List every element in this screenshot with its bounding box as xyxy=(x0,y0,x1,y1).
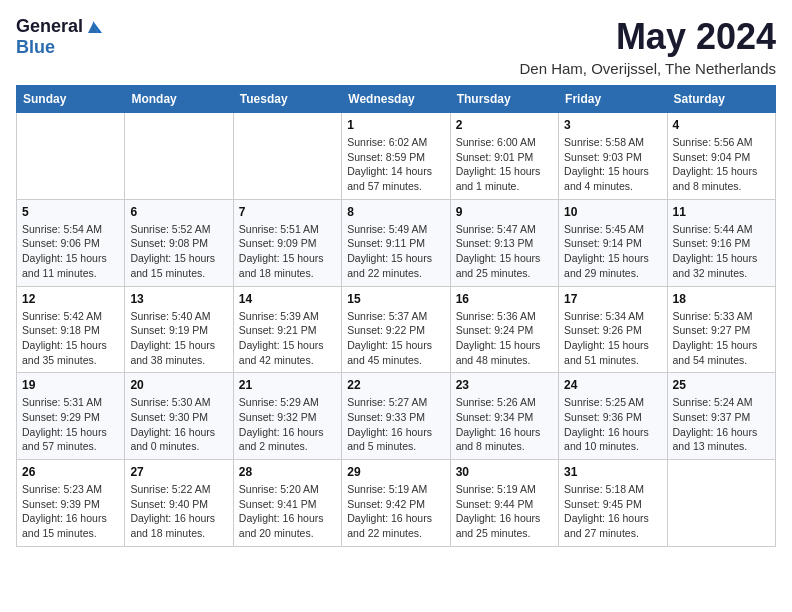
day-number: 28 xyxy=(239,465,336,479)
calendar-cell: 15Sunrise: 5:37 AM Sunset: 9:22 PM Dayli… xyxy=(342,286,450,373)
day-info: Sunrise: 5:56 AM Sunset: 9:04 PM Dayligh… xyxy=(673,135,770,194)
calendar-cell xyxy=(125,113,233,200)
logo: General Blue xyxy=(16,16,102,58)
logo-general: General xyxy=(16,16,83,37)
day-number: 13 xyxy=(130,292,227,306)
calendar-cell: 9Sunrise: 5:47 AM Sunset: 9:13 PM Daylig… xyxy=(450,199,558,286)
day-number: 30 xyxy=(456,465,553,479)
calendar-cell: 18Sunrise: 5:33 AM Sunset: 9:27 PM Dayli… xyxy=(667,286,775,373)
calendar-cell: 27Sunrise: 5:22 AM Sunset: 9:40 PM Dayli… xyxy=(125,460,233,547)
calendar-cell: 17Sunrise: 5:34 AM Sunset: 9:26 PM Dayli… xyxy=(559,286,667,373)
calendar-cell: 2Sunrise: 6:00 AM Sunset: 9:01 PM Daylig… xyxy=(450,113,558,200)
day-header-tuesday: Tuesday xyxy=(233,86,341,113)
day-info: Sunrise: 5:52 AM Sunset: 9:08 PM Dayligh… xyxy=(130,222,227,281)
day-number: 23 xyxy=(456,378,553,392)
day-header-thursday: Thursday xyxy=(450,86,558,113)
day-info: Sunrise: 5:45 AM Sunset: 9:14 PM Dayligh… xyxy=(564,222,661,281)
day-number: 14 xyxy=(239,292,336,306)
calendar-cell: 14Sunrise: 5:39 AM Sunset: 9:21 PM Dayli… xyxy=(233,286,341,373)
calendar-cell xyxy=(17,113,125,200)
day-info: Sunrise: 5:54 AM Sunset: 9:06 PM Dayligh… xyxy=(22,222,119,281)
day-number: 15 xyxy=(347,292,444,306)
day-number: 3 xyxy=(564,118,661,132)
calendar-title: May 2024 xyxy=(520,16,777,58)
day-info: Sunrise: 5:34 AM Sunset: 9:26 PM Dayligh… xyxy=(564,309,661,368)
calendar-cell: 28Sunrise: 5:20 AM Sunset: 9:41 PM Dayli… xyxy=(233,460,341,547)
day-number: 9 xyxy=(456,205,553,219)
calendar-week-1: 1Sunrise: 6:02 AM Sunset: 8:59 PM Daylig… xyxy=(17,113,776,200)
day-info: Sunrise: 5:27 AM Sunset: 9:33 PM Dayligh… xyxy=(347,395,444,454)
day-header-friday: Friday xyxy=(559,86,667,113)
calendar-cell: 20Sunrise: 5:30 AM Sunset: 9:30 PM Dayli… xyxy=(125,373,233,460)
day-info: Sunrise: 5:20 AM Sunset: 9:41 PM Dayligh… xyxy=(239,482,336,541)
page-header: General Blue May 2024 Den Ham, Overijsse… xyxy=(16,16,776,77)
day-info: Sunrise: 5:40 AM Sunset: 9:19 PM Dayligh… xyxy=(130,309,227,368)
calendar-cell: 16Sunrise: 5:36 AM Sunset: 9:24 PM Dayli… xyxy=(450,286,558,373)
calendar-subtitle: Den Ham, Overijssel, The Netherlands xyxy=(520,60,777,77)
calendar-cell: 30Sunrise: 5:19 AM Sunset: 9:44 PM Dayli… xyxy=(450,460,558,547)
calendar-cell: 3Sunrise: 5:58 AM Sunset: 9:03 PM Daylig… xyxy=(559,113,667,200)
calendar-week-4: 19Sunrise: 5:31 AM Sunset: 9:29 PM Dayli… xyxy=(17,373,776,460)
calendar-cell: 1Sunrise: 6:02 AM Sunset: 8:59 PM Daylig… xyxy=(342,113,450,200)
calendar-cell xyxy=(667,460,775,547)
day-number: 27 xyxy=(130,465,227,479)
day-info: Sunrise: 5:24 AM Sunset: 9:37 PM Dayligh… xyxy=(673,395,770,454)
day-header-saturday: Saturday xyxy=(667,86,775,113)
calendar-cell: 13Sunrise: 5:40 AM Sunset: 9:19 PM Dayli… xyxy=(125,286,233,373)
day-info: Sunrise: 5:58 AM Sunset: 9:03 PM Dayligh… xyxy=(564,135,661,194)
logo-blue: Blue xyxy=(16,37,55,57)
calendar-header: SundayMondayTuesdayWednesdayThursdayFrid… xyxy=(17,86,776,113)
day-info: Sunrise: 5:37 AM Sunset: 9:22 PM Dayligh… xyxy=(347,309,444,368)
calendar-week-2: 5Sunrise: 5:54 AM Sunset: 9:06 PM Daylig… xyxy=(17,199,776,286)
day-header-sunday: Sunday xyxy=(17,86,125,113)
day-info: Sunrise: 5:33 AM Sunset: 9:27 PM Dayligh… xyxy=(673,309,770,368)
calendar-cell: 4Sunrise: 5:56 AM Sunset: 9:04 PM Daylig… xyxy=(667,113,775,200)
calendar-cell: 5Sunrise: 5:54 AM Sunset: 9:06 PM Daylig… xyxy=(17,199,125,286)
calendar-cell: 25Sunrise: 5:24 AM Sunset: 9:37 PM Dayli… xyxy=(667,373,775,460)
day-number: 26 xyxy=(22,465,119,479)
day-number: 12 xyxy=(22,292,119,306)
day-info: Sunrise: 5:26 AM Sunset: 9:34 PM Dayligh… xyxy=(456,395,553,454)
day-number: 10 xyxy=(564,205,661,219)
calendar-table: SundayMondayTuesdayWednesdayThursdayFrid… xyxy=(16,85,776,547)
day-number: 22 xyxy=(347,378,444,392)
day-number: 11 xyxy=(673,205,770,219)
calendar-cell: 31Sunrise: 5:18 AM Sunset: 9:45 PM Dayli… xyxy=(559,460,667,547)
day-number: 2 xyxy=(456,118,553,132)
calendar-cell: 23Sunrise: 5:26 AM Sunset: 9:34 PM Dayli… xyxy=(450,373,558,460)
day-info: Sunrise: 5:19 AM Sunset: 9:42 PM Dayligh… xyxy=(347,482,444,541)
day-info: Sunrise: 5:30 AM Sunset: 9:30 PM Dayligh… xyxy=(130,395,227,454)
calendar-cell: 29Sunrise: 5:19 AM Sunset: 9:42 PM Dayli… xyxy=(342,460,450,547)
day-info: Sunrise: 5:25 AM Sunset: 9:36 PM Dayligh… xyxy=(564,395,661,454)
day-info: Sunrise: 5:22 AM Sunset: 9:40 PM Dayligh… xyxy=(130,482,227,541)
day-info: Sunrise: 5:39 AM Sunset: 9:21 PM Dayligh… xyxy=(239,309,336,368)
calendar-cell: 8Sunrise: 5:49 AM Sunset: 9:11 PM Daylig… xyxy=(342,199,450,286)
day-info: Sunrise: 5:31 AM Sunset: 9:29 PM Dayligh… xyxy=(22,395,119,454)
calendar-cell: 22Sunrise: 5:27 AM Sunset: 9:33 PM Dayli… xyxy=(342,373,450,460)
day-number: 16 xyxy=(456,292,553,306)
calendar-week-3: 12Sunrise: 5:42 AM Sunset: 9:18 PM Dayli… xyxy=(17,286,776,373)
day-header-monday: Monday xyxy=(125,86,233,113)
calendar-cell: 7Sunrise: 5:51 AM Sunset: 9:09 PM Daylig… xyxy=(233,199,341,286)
day-info: Sunrise: 5:29 AM Sunset: 9:32 PM Dayligh… xyxy=(239,395,336,454)
calendar-cell: 10Sunrise: 5:45 AM Sunset: 9:14 PM Dayli… xyxy=(559,199,667,286)
day-info: Sunrise: 5:44 AM Sunset: 9:16 PM Dayligh… xyxy=(673,222,770,281)
day-number: 20 xyxy=(130,378,227,392)
calendar-week-5: 26Sunrise: 5:23 AM Sunset: 9:39 PM Dayli… xyxy=(17,460,776,547)
calendar-cell: 24Sunrise: 5:25 AM Sunset: 9:36 PM Dayli… xyxy=(559,373,667,460)
day-number: 25 xyxy=(673,378,770,392)
day-number: 5 xyxy=(22,205,119,219)
calendar-cell xyxy=(233,113,341,200)
calendar-cell: 12Sunrise: 5:42 AM Sunset: 9:18 PM Dayli… xyxy=(17,286,125,373)
day-header-wednesday: Wednesday xyxy=(342,86,450,113)
day-number: 24 xyxy=(564,378,661,392)
day-info: Sunrise: 6:02 AM Sunset: 8:59 PM Dayligh… xyxy=(347,135,444,194)
day-number: 8 xyxy=(347,205,444,219)
day-info: Sunrise: 5:42 AM Sunset: 9:18 PM Dayligh… xyxy=(22,309,119,368)
day-info: Sunrise: 5:47 AM Sunset: 9:13 PM Dayligh… xyxy=(456,222,553,281)
day-info: Sunrise: 5:49 AM Sunset: 9:11 PM Dayligh… xyxy=(347,222,444,281)
day-number: 7 xyxy=(239,205,336,219)
day-info: Sunrise: 5:23 AM Sunset: 9:39 PM Dayligh… xyxy=(22,482,119,541)
logo-triangle-icon xyxy=(84,19,102,35)
calendar-cell: 21Sunrise: 5:29 AM Sunset: 9:32 PM Dayli… xyxy=(233,373,341,460)
